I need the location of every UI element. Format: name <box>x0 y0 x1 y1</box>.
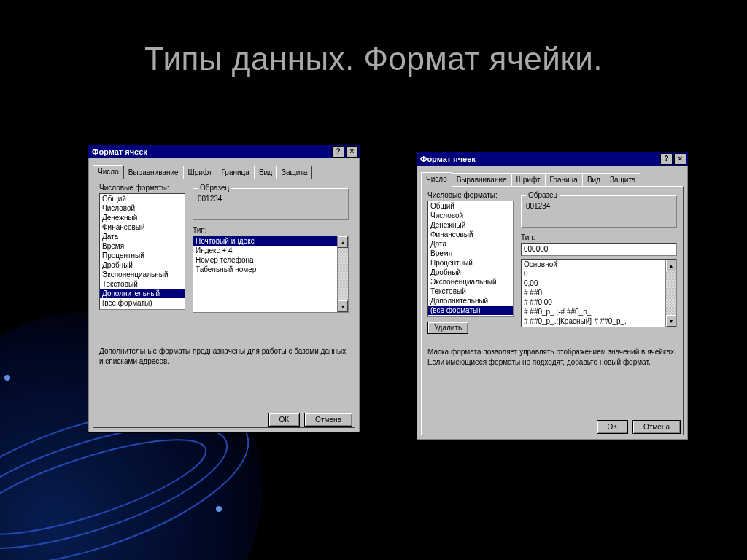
help-button[interactable]: ? <box>332 146 344 158</box>
list-item[interactable]: Финансовый <box>428 230 513 239</box>
tab-font[interactable]: Шрифт <box>183 166 217 180</box>
scrollbar[interactable]: ▲ ▼ <box>665 260 676 327</box>
cancel-button[interactable]: Отмена <box>632 420 681 434</box>
list-item[interactable]: Общий <box>428 201 513 211</box>
format-category-list[interactable]: Общий Числовой Денежный Финансовый Дата … <box>427 201 514 317</box>
list-item[interactable]: Экспоненциальный <box>428 277 513 287</box>
list-item[interactable]: Денежный <box>428 220 513 230</box>
list-item[interactable]: 0 <box>522 269 666 279</box>
list-item[interactable]: Время <box>428 249 513 258</box>
close-button[interactable]: × <box>346 146 358 158</box>
tab-border[interactable]: Граница <box>217 166 255 180</box>
list-item[interactable]: Дата <box>428 239 513 249</box>
format-code-input[interactable]: 000000 <box>521 243 677 256</box>
list-item[interactable]: Текстовый <box>100 279 185 289</box>
help-button[interactable]: ? <box>660 153 673 165</box>
list-item[interactable]: Дополнительный <box>428 296 513 306</box>
list-item[interactable]: Индекс + 4 <box>193 246 338 255</box>
list-item[interactable]: (все форматы) <box>100 298 185 308</box>
list-item[interactable]: Общий <box>100 194 185 203</box>
format-cells-dialog-left: Формат ячеек ? × Число Выравнивание Шриф… <box>88 144 360 433</box>
list-item[interactable]: Процентный <box>100 251 185 260</box>
type-list[interactable]: Почтовый индекс Индекс + 4 Номер телефон… <box>193 236 349 313</box>
list-item[interactable]: Дополнительный <box>100 289 185 298</box>
list-item[interactable]: Дробный <box>428 268 513 277</box>
dialog-title: Формат ячеек <box>418 155 476 163</box>
slide-title: Типы данных. Формат ячейки. <box>0 41 747 77</box>
list-item[interactable]: # ##0_р_.;[Красный]-# ##0_р_. <box>522 316 666 326</box>
sample-label: Образец <box>526 191 560 199</box>
format-category-list[interactable]: Общий Числовой Денежный Финансовый Дата … <box>99 193 185 310</box>
tab-bar: Число Выравнивание Шрифт Граница Вид Защ… <box>93 164 355 179</box>
tab-font[interactable]: Шрифт <box>511 173 546 187</box>
scroll-up-icon[interactable]: ▲ <box>666 260 676 271</box>
list-item[interactable]: # ##0,00 <box>522 298 666 307</box>
tab-protection[interactable]: Защита <box>276 166 312 180</box>
list-item[interactable]: Числовой <box>100 203 185 213</box>
type-label: Тип: <box>193 226 349 234</box>
tab-number[interactable]: Число <box>421 172 452 187</box>
scroll-up-icon[interactable]: ▲ <box>338 236 348 248</box>
tab-bar: Число Выравнивание Шрифт Граница Вид Защ… <box>421 171 684 186</box>
list-item[interactable]: # ##0 <box>522 288 666 298</box>
list-item[interactable]: Процентный <box>428 258 513 268</box>
list-item[interactable]: Денежный <box>100 213 185 222</box>
dialog-title: Формат ячеек <box>90 147 147 156</box>
delete-button[interactable]: Удалить <box>427 322 468 334</box>
list-item[interactable]: (все форматы) <box>428 306 513 315</box>
list-item[interactable]: Номер телефона <box>193 255 338 265</box>
type-list[interactable]: Основной 0 0,00 # ##0 # ##0,00 # ##0_р_.… <box>521 259 677 327</box>
cancel-button[interactable]: Отмена <box>304 413 352 427</box>
type-label: Тип: <box>521 233 677 241</box>
tab-alignment[interactable]: Выравнивание <box>452 173 512 187</box>
list-item[interactable]: Текстовый <box>428 287 513 296</box>
titlebar[interactable]: Формат ячеек ? × <box>417 152 688 166</box>
scroll-down-icon[interactable]: ▼ <box>666 315 676 327</box>
sample-label: Образец <box>198 184 231 192</box>
list-item[interactable]: Дробный <box>100 260 185 270</box>
titlebar[interactable]: Формат ячеек ? × <box>88 145 360 158</box>
ok-button[interactable]: ОК <box>268 413 301 427</box>
format-description: Дополнительные форматы предназначены для… <box>99 346 349 366</box>
list-item[interactable]: Финансовый <box>100 222 185 232</box>
tab-alignment[interactable]: Выравнивание <box>123 166 184 180</box>
list-item[interactable]: Табельный номер <box>193 265 338 274</box>
sample-value: 001234 <box>526 202 672 210</box>
list-item[interactable]: # ##0_р_.;-# ##0_р_. <box>522 307 666 316</box>
list-item[interactable]: Дата <box>100 232 185 241</box>
format-description: Маска формата позволяет управлять отобра… <box>427 347 677 367</box>
tab-patterns[interactable]: Вид <box>254 166 277 180</box>
formats-label: Числовые форматы: <box>99 184 185 192</box>
list-item[interactable]: Числовой <box>428 211 513 220</box>
scrollbar[interactable]: ▲ ▼ <box>337 236 348 312</box>
formats-label: Числовые форматы: <box>427 191 514 199</box>
scroll-down-icon[interactable]: ▼ <box>338 300 348 312</box>
close-button[interactable]: × <box>674 153 686 165</box>
ok-button[interactable]: ОК <box>597 420 629 434</box>
list-item[interactable]: Почтовый индекс <box>193 236 338 246</box>
svg-point-4 <box>4 375 10 381</box>
tab-protection[interactable]: Защита <box>605 173 640 187</box>
tab-patterns[interactable]: Вид <box>582 173 605 187</box>
tab-border[interactable]: Граница <box>545 173 583 187</box>
format-cells-dialog-right: Формат ячеек ? × Число Выравнивание Шриф… <box>416 152 689 440</box>
list-item[interactable]: Время <box>100 241 185 251</box>
tab-number[interactable]: Число <box>93 165 124 179</box>
list-item[interactable]: Основной <box>522 260 666 269</box>
svg-point-6 <box>216 506 222 512</box>
list-item[interactable]: 0,00 <box>522 279 666 288</box>
sample-value: 001234 <box>198 195 344 203</box>
list-item[interactable]: Экспоненциальный <box>100 270 185 279</box>
